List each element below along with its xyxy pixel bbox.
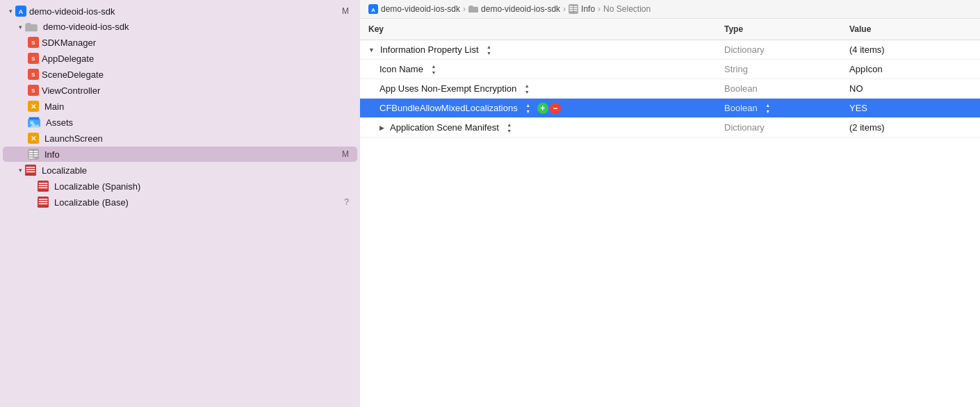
- plist-type-cfbundle: Boolean ▲ ▼: [716, 100, 841, 117]
- type-stepper-cfbundle[interactable]: ▲ ▼: [763, 102, 773, 115]
- stepper-cfbundle[interactable]: ▲ ▼: [523, 102, 533, 115]
- plist-value-cfbundle: YES: [841, 101, 980, 115]
- viewcontroller-label: ViewController: [42, 85, 100, 96]
- plist-value-app-scene: (2 items): [841, 120, 980, 135]
- sidebar-item-scenedelegate[interactable]: S SceneDelegate: [3, 67, 357, 82]
- plist-type-app-scene: Dictionary: [716, 120, 841, 135]
- stepper-info-property-list[interactable]: ▲ ▼: [484, 44, 494, 56]
- swift-icon-appdelegate: S: [28, 53, 39, 64]
- svg-rect-30: [39, 188, 48, 189]
- plist-row-info-property-list[interactable]: ▼ Information Property List ▲ ▼ Dictiona…: [360, 40, 980, 60]
- disclosure-localizable[interactable]: ▾: [15, 165, 25, 175]
- svg-text:S: S: [31, 56, 35, 62]
- sidebar-item-main[interactable]: ✕ Main: [3, 99, 357, 114]
- plist-header: Key Type Value: [360, 19, 980, 40]
- disclosure-info-property-list[interactable]: ▼: [368, 47, 375, 53]
- stepper-non-exempt[interactable]: ▲ ▼: [522, 83, 532, 95]
- strings-icon-base: [38, 197, 49, 208]
- svg-text:S: S: [31, 40, 35, 46]
- disclosure-root[interactable]: ▾: [6, 6, 15, 16]
- sidebar-item-folder[interactable]: ▾ demo-videoid-ios-sdk: [3, 19, 357, 34]
- svg-text:S: S: [31, 72, 35, 78]
- sidebar-item-launchscreen[interactable]: ✕ LaunchScreen: [3, 131, 357, 146]
- breadcrumb-file[interactable]: Info: [581, 4, 595, 14]
- scenedelegate-label: SceneDelegate: [42, 69, 104, 80]
- svg-rect-41: [573, 5, 573, 13]
- col-header-value: Value: [841, 22, 980, 37]
- sidebar-item-sdkmanager[interactable]: S SDKManager: [3, 35, 357, 50]
- root-label: demo-videoid-ios-sdk: [29, 6, 115, 17]
- svg-text:A: A: [19, 8, 24, 15]
- breadcrumb-folder-icon: [468, 5, 478, 13]
- sdkmanager-label: SDKManager: [42, 38, 96, 48]
- assets-label: Assets: [46, 117, 73, 128]
- plist-key-info-property-list: ▼ Information Property List ▲ ▼: [360, 42, 716, 58]
- svg-rect-28: [39, 183, 48, 184]
- info-label: Info: [44, 149, 60, 160]
- plist-row-cfbundle[interactable]: CFBundleAllowMixedLocalizations ▲ ▼ + − …: [360, 99, 980, 118]
- xib-icon-main: ✕: [28, 101, 39, 112]
- stepper-app-scene[interactable]: ▲ ▼: [505, 122, 514, 134]
- localizable-base-label: Localizable (Base): [54, 197, 129, 208]
- root-badge: M: [342, 6, 352, 16]
- plist-row-non-exempt[interactable]: App Uses Non-Exempt Encryption ▲ ▼ Boole…: [360, 79, 980, 99]
- sidebar-item-localizable[interactable]: ▾ Localizable: [3, 163, 357, 178]
- svg-rect-34: [39, 204, 48, 205]
- sidebar-item-viewcontroller[interactable]: S ViewController: [3, 83, 357, 98]
- svg-rect-33: [39, 201, 48, 202]
- plist-row-icon-name[interactable]: Icon Name ▲ ▼ String AppIcon: [360, 60, 980, 79]
- localizable-label: Localizable: [42, 165, 87, 176]
- sidebar-item-assets[interactable]: Assets: [3, 115, 357, 130]
- plist-value-info-property-list: (4 items): [841, 42, 980, 57]
- svg-text:A: A: [371, 7, 375, 13]
- breadcrumb-sep1: ›: [463, 4, 466, 14]
- add-remove-buttons: + −: [537, 103, 561, 114]
- breadcrumb-app-icon: A: [368, 4, 378, 14]
- sidebar: ▾ A demo-videoid-ios-sdk M ▾ demo-videoi…: [0, 0, 360, 407]
- folder-label: demo-videoid-ios-sdk: [43, 22, 129, 32]
- breadcrumb-app[interactable]: demo-videoid-ios-sdk: [381, 4, 460, 14]
- svg-text:✕: ✕: [31, 135, 36, 142]
- swift-icon-sdkmanager: S: [28, 37, 39, 48]
- plist-type-icon-name: String: [716, 62, 841, 76]
- svg-text:S: S: [31, 88, 35, 94]
- remove-row-button[interactable]: −: [550, 103, 561, 114]
- launchscreen-label: LaunchScreen: [44, 133, 103, 144]
- svg-rect-29: [39, 185, 48, 186]
- svg-rect-26: [26, 172, 35, 173]
- breadcrumb-selection: No Selection: [603, 4, 651, 14]
- swift-icon-viewcontroller: S: [28, 85, 39, 96]
- svg-rect-32: [39, 199, 48, 200]
- svg-rect-24: [26, 167, 35, 168]
- appdelegate-label: AppDelegate: [42, 53, 94, 64]
- localizable-base-badge: ?: [344, 197, 352, 207]
- sidebar-item-info[interactable]: Info M: [3, 147, 357, 162]
- plist-table: Key Type Value ▼ Information Property Li…: [360, 19, 980, 407]
- strings-icon-spanish: [38, 181, 49, 192]
- breadcrumb-folder[interactable]: demo-videoid-ios-sdk: [481, 4, 560, 14]
- svg-rect-13: [29, 117, 40, 119]
- info-badge: M: [342, 149, 352, 159]
- sidebar-item-localizable-spanish[interactable]: Localizable (Spanish): [3, 178, 357, 194]
- add-row-button[interactable]: +: [537, 103, 548, 114]
- disclosure-app-scene[interactable]: ▶: [379, 124, 384, 131]
- plist-key-non-exempt: App Uses Non-Exempt Encryption ▲ ▼: [360, 81, 716, 97]
- sidebar-item-localizable-base[interactable]: Localizable (Base) ?: [3, 194, 357, 210]
- col-header-key: Key: [360, 22, 716, 37]
- svg-rect-22: [33, 150, 34, 159]
- plist-key-icon-name: Icon Name ▲ ▼: [360, 61, 716, 78]
- sidebar-item-appdelegate[interactable]: S AppDelegate: [3, 51, 357, 66]
- localizable-spanish-label: Localizable (Spanish): [54, 181, 140, 192]
- plist-type-info-property-list: Dictionary: [716, 42, 841, 57]
- swift-icon-scenedelegate: S: [28, 69, 39, 80]
- plist-icon-info: [28, 149, 39, 160]
- svg-text:✕: ✕: [31, 103, 36, 110]
- xib-icon-launchscreen: ✕: [28, 133, 39, 144]
- main-label: Main: [44, 101, 64, 112]
- sidebar-item-root[interactable]: ▾ A demo-videoid-ios-sdk M: [3, 3, 357, 19]
- strings-group-icon: [25, 165, 36, 176]
- stepper-icon-name[interactable]: ▲ ▼: [429, 63, 439, 76]
- disclosure-folder[interactable]: ▾: [15, 22, 25, 32]
- svg-rect-25: [26, 169, 35, 170]
- plist-row-app-scene[interactable]: ▶ Application Scene Manifest ▲ ▼ Diction…: [360, 118, 980, 138]
